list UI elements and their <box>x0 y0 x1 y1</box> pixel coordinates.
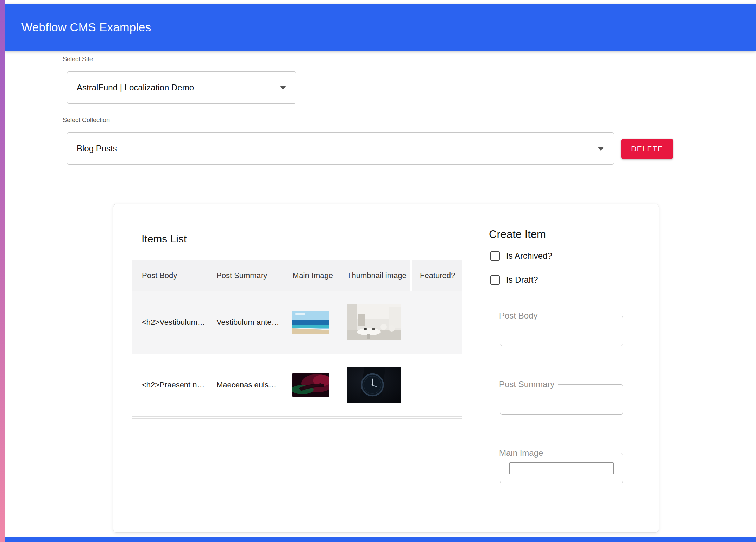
chevron-down-icon <box>280 86 286 90</box>
cell-main-image <box>283 311 337 334</box>
column-header-featured: Featured? <box>410 260 462 291</box>
select-site-label: Select Site <box>63 56 93 63</box>
select-collection-label: Select Collection <box>63 116 110 124</box>
create-item-title: Create Item <box>489 228 546 241</box>
coastal-beach-photo-icon <box>292 311 329 334</box>
cell-post-summary: Maecenas euis… <box>207 380 283 390</box>
post-summary-field-label: Post Summary <box>498 379 558 389</box>
items-list-title: Items List <box>141 233 187 245</box>
is-draft-label: Is Draft? <box>506 275 538 285</box>
dark-wristwatch-photo-icon <box>347 367 401 403</box>
collection-select-value: Blog Posts <box>77 144 117 153</box>
cell-post-summary: Vestibulum ante… <box>207 318 283 327</box>
column-header-post-body: Post Body <box>132 260 207 291</box>
create-item-panel: Create Item Is Archived? Is Draft? Post … <box>489 204 630 532</box>
chevron-down-icon <box>598 147 604 151</box>
neon-hand-photo-icon <box>292 373 329 397</box>
table-header-row: Post Body Post Summary Main Image Thumbn… <box>132 260 462 291</box>
post-summary-field[interactable]: Post Summary <box>500 384 623 415</box>
cell-thumbnail-image <box>337 367 410 403</box>
column-header-thumbnail-image: Thumbnail image <box>337 260 410 291</box>
column-header-main-image: Main Image <box>283 260 337 291</box>
post-body-field[interactable]: Post Body <box>500 316 623 346</box>
items-table: Post Body Post Summary Main Image Thumbn… <box>132 260 462 419</box>
table-row[interactable]: <h2>Vestibulum… Vestibulum ante… <box>132 291 462 354</box>
table-row[interactable]: <h2>Praesent n… Maecenas euis… <box>132 354 462 417</box>
cell-main-image <box>283 373 337 397</box>
cell-thumbnail-image <box>337 304 410 340</box>
is-archived-label: Is Archived? <box>506 251 552 261</box>
office-interior-photo-icon <box>347 304 401 340</box>
is-archived-checkbox-row[interactable]: Is Archived? <box>490 251 552 261</box>
content-card: Items List Post Body Post Summary Main I… <box>113 204 659 533</box>
main-image-file-input[interactable] <box>509 462 614 474</box>
cell-post-body: <h2>Praesent n… <box>132 380 207 390</box>
checkbox-unchecked-icon[interactable] <box>490 275 500 285</box>
cell-post-body: <h2>Vestibulum… <box>132 318 207 327</box>
column-header-post-summary: Post Summary <box>207 260 283 291</box>
main-image-field-label: Main Image <box>498 448 547 458</box>
page: Webflow CMS Examples Select Site AstralF… <box>0 0 756 542</box>
window-edge-gradient <box>0 0 5 542</box>
main-image-field[interactable]: Main Image <box>500 453 623 483</box>
app-title: Webflow CMS Examples <box>21 21 151 34</box>
is-draft-checkbox-row[interactable]: Is Draft? <box>490 275 538 285</box>
site-select[interactable]: AstralFund | Localization Demo <box>67 71 296 104</box>
checkbox-unchecked-icon[interactable] <box>490 251 500 261</box>
site-select-value: AstralFund | Localization Demo <box>77 83 194 93</box>
bottom-app-bar <box>5 537 756 542</box>
collection-select[interactable]: Blog Posts <box>67 132 614 165</box>
app-bar: Webflow CMS Examples <box>5 4 756 51</box>
post-body-field-label: Post Body <box>498 311 541 321</box>
delete-button[interactable]: DELETE <box>621 139 673 159</box>
